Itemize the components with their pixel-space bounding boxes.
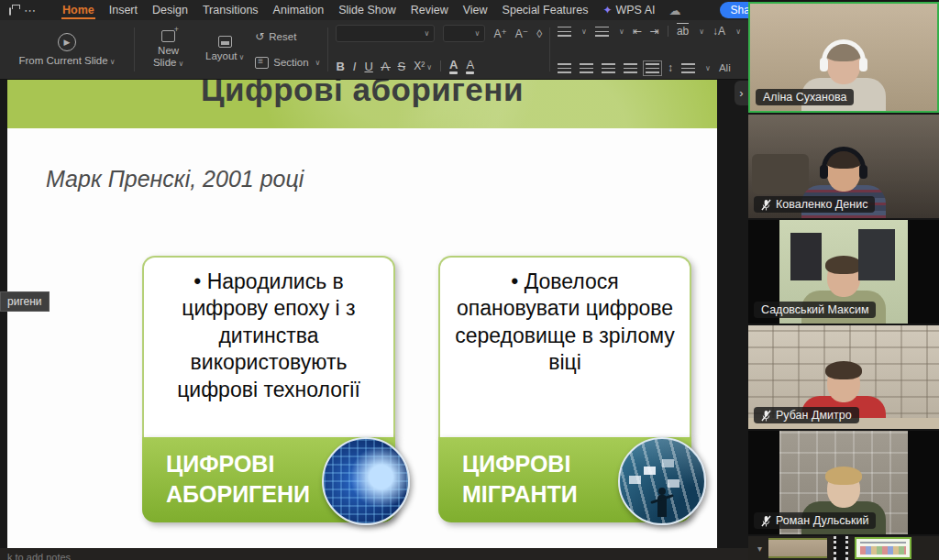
decrease-font-button[interactable]: A⁻ xyxy=(515,27,528,40)
numbered-list-button[interactable] xyxy=(595,27,609,37)
increase-font-button[interactable]: A⁺ xyxy=(493,27,506,40)
divider xyxy=(134,27,135,71)
menu-transitions[interactable]: Transitions xyxy=(202,2,260,18)
superscript-button[interactable]: X²∨ xyxy=(414,60,432,72)
reset-icon: ↺ xyxy=(255,30,264,43)
thumbnails-dropdown-arrow[interactable]: ▾ xyxy=(757,544,762,554)
slide-title[interactable]: Цифрові аборигени xyxy=(7,80,717,108)
share-button[interactable]: Share xyxy=(720,2,748,18)
char-spacing-button[interactable]: A xyxy=(381,60,390,73)
divider xyxy=(549,27,550,71)
chevron-down-icon: ∨ xyxy=(475,29,481,38)
chevron-down-icon: ∨ xyxy=(110,58,116,66)
font-group: ∨ ∨ A⁺ A⁻ ◊ B I U A S X²∨ A A xyxy=(336,24,542,75)
italic-button[interactable]: I xyxy=(353,60,357,73)
new-slide-icon xyxy=(161,30,175,42)
from-current-slide-button[interactable]: ▶ From Current Slide∨ xyxy=(7,24,127,75)
card-digital-migrants[interactable]: • Довелося опановувати цифрове середовищ… xyxy=(438,256,691,522)
notes-placeholder: k to add notes xyxy=(7,552,71,560)
layout-label: Layout xyxy=(205,50,238,61)
card-digital-natives[interactable]: • Народились в цифрову епоху і з дитинст… xyxy=(142,256,395,522)
slide-thumbnail[interactable] xyxy=(768,538,827,558)
section-button[interactable]: Section ∨ xyxy=(255,57,320,69)
participant-name: Роман Дульський xyxy=(776,514,868,527)
distribute-text-button[interactable] xyxy=(646,63,659,73)
menu-special-features[interactable]: Special Features xyxy=(502,2,590,18)
participant-tile-alina[interactable]: Аліна Суханова xyxy=(748,2,939,113)
reset-button[interactable]: ↺ Reset xyxy=(255,30,320,43)
editor-column: ⋯ Home Insert Design Transitions Animati… xyxy=(0,0,748,560)
participant-head xyxy=(827,469,860,508)
menu-slide-show[interactable]: Slide Show xyxy=(337,2,397,18)
align-left-button[interactable] xyxy=(558,63,571,73)
participant-name: Аліна Суханова xyxy=(763,91,846,104)
notes-bar[interactable]: k to add notes xyxy=(0,548,748,560)
circuit-head-image xyxy=(322,437,410,525)
menu-design[interactable]: Design xyxy=(151,2,189,18)
slide[interactable]: Цифрові аборигени Марк Пренскі, 2001 роц… xyxy=(7,80,717,548)
layout-button[interactable]: Layout∨ xyxy=(204,24,246,75)
strikethrough-button[interactable]: S xyxy=(398,60,406,73)
chevron-down-icon: ∨ xyxy=(735,27,741,36)
more-icon[interactable]: ⋯ xyxy=(24,5,36,16)
clear-format-icon[interactable]: ◊ xyxy=(536,27,542,40)
text-direction-button[interactable]: ab xyxy=(677,25,689,38)
slides-group: New Slide∨ Layout∨ ↺ Reset Section ∨ xyxy=(142,24,320,75)
chevron-down-icon: ∨ xyxy=(619,27,624,36)
participant-head xyxy=(827,153,860,192)
participant-tile-roman[interactable]: Роман Дульський xyxy=(748,431,939,534)
filmstrip-icon xyxy=(834,536,848,560)
card-text: • Народились в цифрову епоху і з дитинст… xyxy=(151,269,386,403)
new-slide-button[interactable]: New Slide∨ xyxy=(142,24,194,75)
section-icon xyxy=(255,57,269,69)
align-objects-button[interactable]: Ali xyxy=(719,62,731,73)
menu-review[interactable]: Review xyxy=(410,2,449,18)
font-family-select[interactable]: ∨ xyxy=(336,25,435,42)
decrease-indent-button[interactable]: ⇤ xyxy=(633,25,642,38)
slide-title-band: Цифрові аборигени xyxy=(7,80,717,128)
print-icon[interactable] xyxy=(9,7,11,16)
slide-subtitle[interactable]: Марк Пренскі, 2001 році xyxy=(46,166,304,192)
text-orientation-button[interactable]: ↓A xyxy=(713,25,725,38)
align-center-button[interactable] xyxy=(580,63,593,73)
bold-button[interactable]: B xyxy=(336,60,344,73)
participant-tile-maksym[interactable]: Садовський Максим xyxy=(748,220,939,324)
align-right-button[interactable] xyxy=(602,63,615,73)
justify-button[interactable] xyxy=(624,63,637,73)
person-silhouette xyxy=(657,495,667,517)
mic-muted-icon xyxy=(761,199,771,211)
card-body: • Довелося опановувати цифрове середовищ… xyxy=(438,256,691,437)
chevron-down-icon: ∨ xyxy=(426,63,432,71)
new-slide-label: New Slide xyxy=(153,45,179,68)
video-gallery-sidebar: Аліна Суханова Коваленко Денис xyxy=(748,0,939,560)
participant-name-tag: Роман Дульський xyxy=(754,512,876,529)
participant-name-tag: Аліна Суханова xyxy=(756,89,854,105)
menu-view[interactable]: View xyxy=(462,2,489,18)
participant-head xyxy=(827,46,860,84)
underline-button[interactable]: U xyxy=(364,60,372,73)
wps-presentation-window: ⋯ Home Insert Design Transitions Animati… xyxy=(0,0,939,560)
cloud-sync-icon[interactable]: ☁ xyxy=(669,4,681,17)
chevron-down-icon: ∨ xyxy=(178,60,183,68)
layout-icon xyxy=(218,36,232,48)
highlight-color-button[interactable]: A xyxy=(466,58,474,74)
menu-insert[interactable]: Insert xyxy=(108,2,138,18)
bullet-list-button[interactable] xyxy=(558,27,571,37)
thumbnail-tooltip: ригени xyxy=(0,291,50,312)
font-color-button[interactable]: A xyxy=(449,58,458,74)
font-size-select[interactable]: ∨ xyxy=(443,25,485,42)
menu-animation[interactable]: Animation xyxy=(272,2,326,18)
reset-section-column: ↺ Reset Section ∨ xyxy=(255,24,320,75)
participant-tile-dmytro[interactable]: Рубан Дмитро xyxy=(748,325,939,429)
participant-name: Садовський Максим xyxy=(761,303,868,316)
increase-indent-button[interactable]: ⇥ xyxy=(650,25,659,38)
menu-home[interactable]: Home xyxy=(61,2,95,19)
menu-wps-ai[interactable]: ✦ WPS AI xyxy=(602,2,656,18)
paragraph-spacing-button[interactable] xyxy=(681,63,695,73)
divider xyxy=(327,27,328,71)
collapse-panel-chevron[interactable]: › xyxy=(735,81,748,105)
participant-tile-denys[interactable]: Коваленко Денис xyxy=(748,115,939,218)
slide-thumbnail-selected[interactable] xyxy=(855,537,911,559)
participant-hair xyxy=(825,361,862,379)
line-spacing-button[interactable]: ↕ xyxy=(668,61,673,74)
